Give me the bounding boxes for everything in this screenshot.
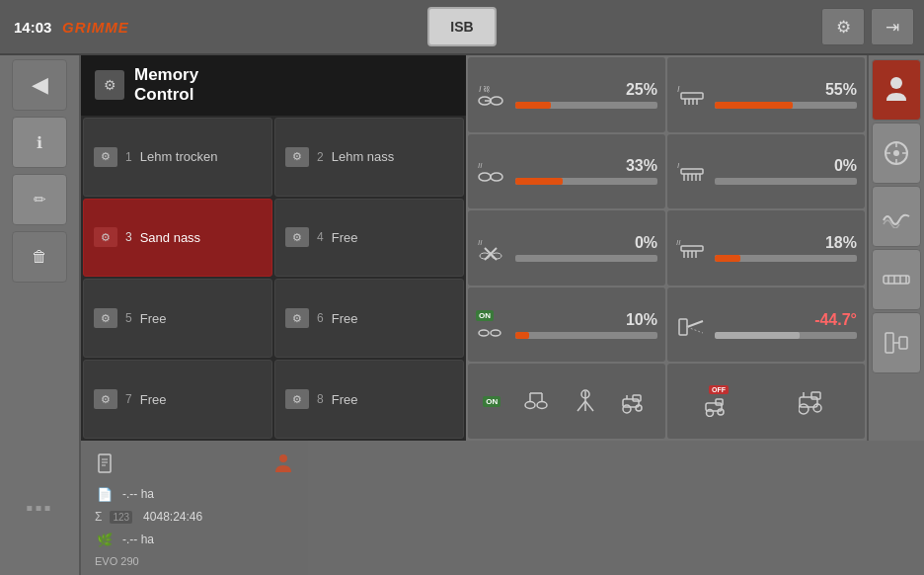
- svg-rect-58: [811, 392, 820, 399]
- on-chain-icon-4a: ON: [476, 309, 509, 341]
- item-num-3: 3: [125, 230, 132, 244]
- svg-text:I: I: [677, 161, 680, 170]
- control-cell-5b: OFF: [667, 364, 865, 439]
- item-label-4: Free: [332, 230, 453, 245]
- value-1b: 55%: [715, 81, 857, 99]
- folder-icon-2: ⚙: [285, 147, 309, 167]
- chain-right-icon-btn[interactable]: [872, 249, 921, 310]
- leaf-row: 🌿 -.-- ha: [95, 530, 294, 549]
- tractor-large-icon: [799, 387, 828, 415]
- svg-line-43: [578, 401, 585, 411]
- svg-point-56: [799, 404, 808, 414]
- folder-icon-8: ⚙: [285, 389, 309, 409]
- progress-bg-1b: [715, 102, 857, 109]
- tractor-small-icon: [621, 387, 651, 415]
- tripod-icon: [573, 387, 598, 415]
- person-icon-btn[interactable]: [872, 59, 921, 121]
- memory-item-6[interactable]: ⚙ 6 Free: [274, 279, 464, 358]
- main-area: ◀ ℹ ✏ 🗑 ⚙ Memory Control ⚙ 1 Lehm trocke…: [0, 55, 924, 441]
- svg-text:II: II: [676, 238, 681, 247]
- control-content-2b: 0%: [715, 157, 857, 185]
- svg-point-47: [623, 405, 631, 413]
- svg-point-12: [479, 173, 491, 181]
- svg-point-13: [491, 173, 502, 181]
- folder-icon-4: ⚙: [285, 227, 309, 247]
- memory-item-7[interactable]: ⚙ 7 Free: [83, 360, 272, 439]
- height-icon-btn[interactable]: [872, 312, 921, 373]
- memory-item-1[interactable]: ⚙ 1 Lehm trocken: [83, 118, 272, 197]
- exit-button[interactable]: ⇥: [871, 8, 914, 45]
- svg-point-79: [279, 454, 287, 462]
- clock: 14:03: [0, 19, 54, 36]
- sum-label-icon: 123: [110, 511, 132, 524]
- svg-rect-72: [886, 333, 893, 353]
- svg-line-36: [687, 327, 703, 333]
- right-icon-column: [867, 55, 924, 441]
- back-button[interactable]: ◀: [12, 59, 67, 111]
- folder-icon-3: ⚙: [94, 227, 117, 247]
- control-content-2a: 33%: [515, 157, 657, 185]
- tractor-off-icon: [704, 395, 733, 417]
- item-label-3: Sand nass: [140, 230, 262, 245]
- folder-icon-1: ⚙: [94, 147, 117, 167]
- cross-icon-3a: II: [476, 232, 509, 264]
- svg-rect-6: [681, 93, 703, 99]
- info-button[interactable]: ℹ: [12, 117, 67, 168]
- sum-row: Σ 123 4048:24:46: [95, 510, 294, 524]
- svg-point-37: [525, 402, 535, 409]
- svg-point-32: [479, 330, 489, 336]
- evo-row: EVO 290: [95, 555, 294, 567]
- control-cell-4a: ON 10%: [468, 288, 665, 363]
- svg-point-60: [890, 77, 902, 89]
- svg-text:⛓: ⛓: [483, 86, 490, 93]
- disc-icon-btn[interactable]: [872, 123, 921, 184]
- progress-fill-2a: [515, 178, 563, 185]
- top-bar: 14:03 GRIMME ISB ⚙ ⇥: [0, 0, 924, 55]
- angle-icon-4b: [675, 309, 709, 341]
- control-row-2: II 33% I: [468, 134, 865, 209]
- svg-text:I: I: [677, 84, 680, 94]
- left-sidebar: ◀ ℹ ✏ 🗑: [0, 55, 81, 441]
- doc-small-icon: 📄: [95, 484, 115, 504]
- bottom-dots-panel: ▪▪▪: [0, 441, 81, 575]
- svg-line-35: [687, 321, 703, 327]
- svg-text:II: II: [478, 238, 483, 247]
- wave-icon-btn[interactable]: [872, 186, 921, 247]
- item-num-1: 1: [125, 150, 132, 164]
- person-bottom-icon: [272, 452, 294, 474]
- control-content-3a: 0%: [515, 234, 657, 262]
- item-label-2: Lehm nass: [332, 149, 453, 164]
- value-3b: 18%: [715, 234, 857, 252]
- progress-bg-2b: [715, 178, 857, 185]
- right-controls-panel: I ⛓ 25% I: [466, 55, 867, 441]
- svg-rect-73: [899, 337, 907, 349]
- svg-text:II: II: [478, 161, 483, 170]
- memory-item-2[interactable]: ⚙ 2 Lehm nass: [274, 118, 464, 197]
- svg-point-38: [537, 402, 547, 409]
- isb-badge[interactable]: ISB: [427, 7, 497, 46]
- item-label-7: Free: [140, 392, 262, 407]
- memory-panel: ⚙ Memory Control ⚙ 1 Lehm trocken ⚙ 2 Le…: [81, 55, 466, 441]
- edit-button[interactable]: ✏: [12, 174, 67, 225]
- delete-button[interactable]: 🗑: [12, 231, 67, 283]
- svg-rect-27: [681, 246, 703, 251]
- control-cell-4b: -44.7°: [667, 288, 865, 363]
- item-num-4: 4: [317, 230, 324, 244]
- memory-item-4[interactable]: ⚙ 4 Free: [274, 199, 464, 278]
- svg-point-3: [491, 97, 502, 105]
- doc-icon: [95, 452, 116, 474]
- comb-icon-3b: II: [675, 232, 709, 264]
- bottom-dots: ▪▪▪: [26, 497, 52, 520]
- svg-point-62: [893, 150, 899, 156]
- control-cell-1a: I ⛓ 25%: [468, 57, 665, 132]
- memory-item-8[interactable]: ⚙ 8 Free: [274, 360, 464, 439]
- memory-item-5[interactable]: ⚙ 5 Free: [83, 279, 272, 358]
- svg-rect-15: [681, 169, 703, 174]
- control-cell-5a: ON: [468, 364, 665, 439]
- progress-bg-4a: [515, 332, 657, 339]
- settings-button[interactable]: ⚙: [821, 8, 865, 45]
- memory-item-3[interactable]: ⚙ 3 Sand nass: [83, 199, 272, 278]
- item-num-7: 7: [125, 392, 132, 406]
- control-cell-2b: I 0%: [667, 134, 865, 209]
- value-1a: 25%: [515, 81, 657, 99]
